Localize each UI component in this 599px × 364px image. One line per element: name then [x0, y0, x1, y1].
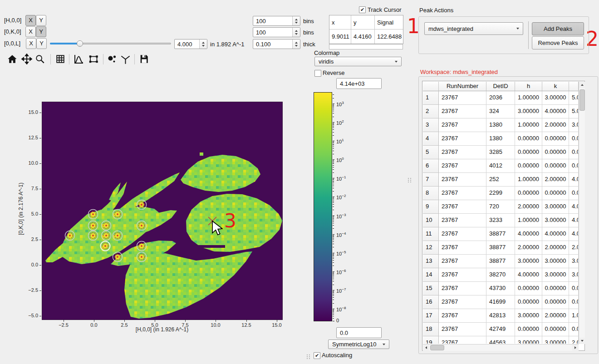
spin-arrows-icon[interactable]: [292, 16, 300, 25]
dim-k-x-button[interactable]: X: [25, 26, 36, 37]
dim-h-y-button[interactable]: Y: [36, 15, 46, 26]
table-cell: 3.00000: [542, 200, 569, 214]
column-header[interactable]: [569, 82, 579, 91]
table-cell: 252: [486, 173, 515, 187]
table-cell: 3.0: [569, 268, 579, 282]
thickness-label: thick: [303, 41, 315, 48]
column-header[interactable]: DetID: [486, 82, 515, 91]
grid-icon[interactable]: [54, 53, 66, 65]
scroll-down-icon[interactable]: [579, 338, 585, 344]
table-cell: 23767: [439, 105, 486, 118]
home-icon[interactable]: [6, 53, 18, 65]
table-row[interactable]: 1523767437300.000000.000000.0: [423, 282, 579, 295]
table-cell: 23767: [439, 146, 486, 159]
table-cell: 19: [423, 336, 439, 344]
chevron-down-icon: [383, 344, 385, 345]
x-tick-label: −2.5: [54, 322, 73, 328]
autoscaling-checkbox[interactable]: [314, 352, 320, 359]
v-scroll-thumb[interactable]: [579, 89, 585, 111]
table-cell: 0.0: [569, 295, 579, 309]
h-scrollbar[interactable]: [423, 344, 579, 351]
table-row[interactable]: 1223767388772.000002.000002.0: [423, 241, 579, 255]
nonorthogonal-axes-icon[interactable]: [119, 53, 131, 65]
remove-peaks-button[interactable]: Remove Peaks: [532, 36, 584, 49]
colormap-combobox[interactable]: viridis: [314, 57, 402, 66]
peak-actions-separator: [528, 21, 529, 49]
peaks-workspace-combobox[interactable]: mdws_integrated: [424, 22, 523, 35]
dim-k-y-button[interactable]: Y: [36, 26, 46, 37]
table-row[interactable]: 42376713800.000000.000000.0: [423, 132, 579, 146]
table-cell: 4.00000: [515, 268, 542, 282]
column-header[interactable]: [423, 82, 439, 91]
region-selection-icon[interactable]: [88, 53, 99, 65]
dim-h-x-button[interactable]: X: [25, 15, 36, 26]
table-cell: 4.0: [569, 200, 579, 214]
table-cell: 1.00000: [515, 173, 542, 187]
table-cell: 2: [423, 105, 439, 118]
table-cell: 720: [486, 200, 515, 214]
table-row[interactable]: 62376740120.000000.000000.0: [423, 159, 579, 173]
h-scroll-thumb[interactable]: [430, 345, 444, 350]
dim-l-x-button[interactable]: X: [26, 38, 36, 49]
table-row[interactable]: 12376720361.000003.000005.0: [423, 91, 579, 105]
y-tick-label: −5.0: [18, 313, 38, 318]
scale-type-combobox[interactable]: SymmetricLog10: [328, 339, 389, 349]
table-cell: 38877: [486, 241, 515, 255]
column-header[interactable]: k: [542, 82, 569, 91]
toolbar-separator: [69, 54, 69, 64]
table-row[interactable]: 7237672521.000002.000004.0: [423, 173, 579, 187]
slider-handle[interactable]: [77, 40, 83, 47]
thickness-spinbox[interactable]: 0.100: [253, 39, 300, 49]
table-row[interactable]: 1723767428133.000002.000001.0: [423, 309, 579, 323]
table-cell: 3: [423, 118, 439, 132]
reverse-checkbox[interactable]: [314, 70, 321, 77]
table-row[interactable]: 52376732850.000000.000000.0: [423, 146, 579, 159]
cursor-y-value: 4.4160: [351, 30, 375, 44]
table-cell: 0.0: [569, 159, 579, 173]
table-cell: 23767: [439, 255, 486, 268]
slice-plot-canvas[interactable]: [42, 102, 283, 320]
table-row[interactable]: 1423767382704.000003.000003.0: [423, 268, 579, 282]
table-row[interactable]: 102376732331.000003.000004.0: [423, 214, 579, 227]
table-row[interactable]: 1923767445633.000003.000002.0: [423, 336, 579, 344]
line-plots-icon[interactable]: [73, 53, 84, 65]
table-cell: 43730: [486, 282, 515, 295]
slice-value-spinbox[interactable]: 4.000: [174, 39, 207, 49]
add-peaks-button[interactable]: Add Peaks: [532, 22, 584, 35]
splitter-handle[interactable]: [307, 354, 310, 359]
scroll-right-icon[interactable]: [572, 344, 579, 351]
spin-arrows-icon[interactable]: [292, 39, 300, 49]
table-row[interactable]: 1323767388773.000003.000003.0: [423, 255, 579, 268]
colorbar-min-input[interactable]: 0.0: [336, 327, 382, 338]
table-row[interactable]: 82376722990.000000.000000.0: [423, 187, 579, 200]
spin-arrows-icon[interactable]: [292, 28, 300, 37]
table-row[interactable]: 1623767416990.000000.000000.0: [423, 295, 579, 309]
table-cell: 23767: [439, 309, 486, 323]
column-header[interactable]: RunNumber: [439, 82, 486, 91]
bins-x-spinbox[interactable]: 100: [253, 16, 300, 26]
scroll-up-icon[interactable]: [579, 82, 585, 88]
table-row[interactable]: 2237673243.000004.000005.0: [423, 105, 579, 118]
scroll-left-icon[interactable]: [423, 344, 429, 351]
splitter-handle[interactable]: [408, 178, 412, 182]
x-tick-label: 15.0: [268, 322, 286, 328]
save-icon[interactable]: [138, 53, 150, 65]
table-cell: 3.00000: [542, 255, 569, 268]
column-header[interactable]: h: [515, 82, 542, 91]
v-scrollbar[interactable]: [579, 82, 585, 344]
cursor-info-table: x y Signal 9.9011 4.4160 122.6488: [329, 15, 403, 44]
dim-l-y-button[interactable]: Y: [36, 38, 47, 49]
table-row[interactable]: 1123767388774.000004.000004.0: [423, 227, 579, 241]
peaks-overlay-icon[interactable]: [106, 53, 118, 65]
table-row[interactable]: 9237677202.000003.000004.0: [423, 200, 579, 214]
table-row[interactable]: 1823767427490.000000.000000.0: [423, 323, 579, 336]
track-cursor-checkbox[interactable]: [359, 6, 366, 13]
pan-icon[interactable]: [21, 53, 33, 65]
table-row[interactable]: 32376713801.000002.000003.0: [423, 118, 579, 132]
table-cell: 7: [423, 173, 439, 187]
bins-y-spinbox[interactable]: 100: [253, 27, 300, 37]
spin-arrows-icon[interactable]: [199, 39, 207, 49]
zoom-icon[interactable]: [34, 53, 46, 65]
colorbar-max-input[interactable]: 4.14e+03: [336, 78, 382, 89]
table-cell: 324: [486, 105, 515, 118]
